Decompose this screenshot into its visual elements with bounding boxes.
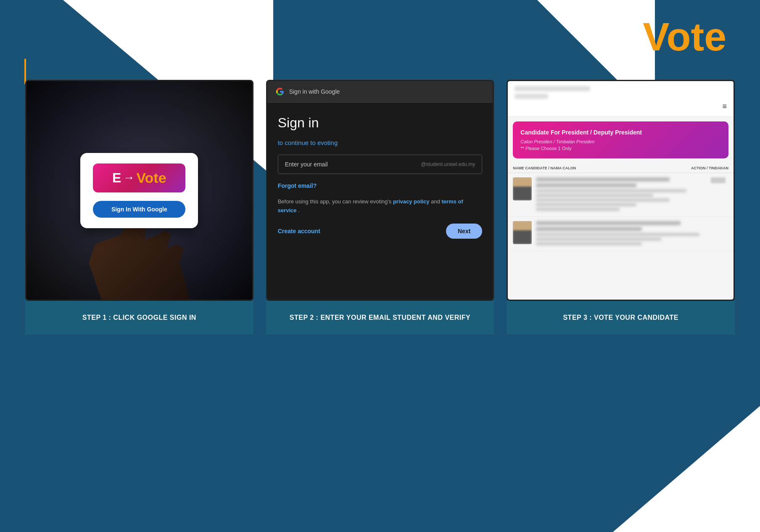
app-logo-arrow: → bbox=[123, 171, 135, 184]
forgot-email-link[interactable]: Forgot email? bbox=[278, 182, 483, 189]
action-button-1[interactable] bbox=[711, 177, 726, 183]
candidate-name-1b bbox=[536, 183, 636, 187]
candidate-action-1 bbox=[707, 177, 728, 183]
avatar-image-2 bbox=[513, 221, 532, 244]
step3-label: STEP 3 : VOTE YOUR CANDIDATE bbox=[507, 301, 735, 334]
candidate-card-title: Candidate For President / Deputy Preside… bbox=[520, 129, 721, 136]
google-g-icon bbox=[276, 87, 284, 96]
candidate-card: Candidate For President / Deputy Preside… bbox=[513, 121, 728, 158]
col-action-header: ACTION / TINDAKAN bbox=[691, 166, 728, 170]
candidate-avatar-1 bbox=[513, 177, 532, 200]
step1-wrapper: E → Vote Sign In With Google STEP 1 : CL… bbox=[25, 80, 253, 334]
step2-screen: Sign in with Google Sign in to continue … bbox=[267, 81, 493, 300]
step1-logo-banner: E → Vote bbox=[93, 163, 185, 192]
welcome-text-blurred bbox=[515, 86, 590, 91]
google-signin-header: Sign in with Google bbox=[267, 81, 493, 103]
candidate-detail-1d bbox=[536, 203, 636, 206]
candidate-info-2 bbox=[536, 221, 728, 247]
google-signin-button[interactable]: Sign In With Google bbox=[93, 201, 185, 218]
step2-wrapper: Sign in with Google Sign in to continue … bbox=[266, 80, 494, 334]
candidate-detail-2b bbox=[536, 237, 661, 241]
candidate-detail-1c bbox=[536, 198, 670, 202]
candidate-name-2 bbox=[536, 221, 680, 225]
step3-mockup: ≡ Candidate For President / Deputy Presi… bbox=[507, 80, 735, 301]
candidate-card-note: ** Please Choose 1 Only bbox=[520, 146, 721, 151]
step1-label: STEP 1 : CLICK GOOGLE SIGN IN bbox=[25, 301, 253, 334]
app-logo-vote: Vote bbox=[136, 170, 166, 186]
sign-in-subtitle: to continue to evoting bbox=[278, 139, 483, 146]
bg-shape-bottom-right bbox=[613, 406, 760, 532]
candidate-detail-1e bbox=[536, 208, 620, 211]
step3-screen: ≡ Candidate For President / Deputy Presi… bbox=[508, 81, 734, 300]
create-account-link[interactable]: Create account bbox=[278, 228, 320, 234]
candidate-detail-2a bbox=[536, 233, 699, 236]
logo-arrow-icon: → bbox=[620, 25, 641, 49]
candidate-avatar-2 bbox=[513, 221, 532, 244]
step2-mockup: Sign in with Google Sign in to continue … bbox=[266, 80, 494, 301]
candidate-row-2 bbox=[508, 217, 734, 251]
avatar-image-1 bbox=[513, 177, 532, 200]
candidate-row-1 bbox=[508, 173, 734, 217]
welcome-subtext-blurred bbox=[515, 94, 548, 99]
vote-header: ≡ bbox=[508, 81, 734, 116]
candidate-detail-1b bbox=[536, 194, 653, 197]
sign-in-title: Sign in bbox=[278, 115, 483, 131]
step1-screen: E → Vote Sign In With Google bbox=[26, 81, 252, 300]
main-logo: E → Vote bbox=[592, 17, 726, 57]
email-input-container[interactable]: Enter your email @student.unisel.edu.my bbox=[278, 155, 483, 174]
steps-container: E → Vote Sign In With Google STEP 1 : CL… bbox=[25, 80, 735, 334]
privacy-text: Before using this app, you can review ev… bbox=[278, 198, 483, 215]
menu-icon[interactable]: ≡ bbox=[515, 102, 727, 111]
step2-label: STEP 2 : ENTER YOUR EMAIL STUDENT AND VE… bbox=[266, 301, 494, 334]
step3-wrapper: ≡ Candidate For President / Deputy Presi… bbox=[507, 80, 735, 334]
step1-app-card: E → Vote Sign In With Google bbox=[80, 153, 198, 228]
email-domain: @student.unisel.edu.my bbox=[421, 161, 475, 167]
candidate-name-2b bbox=[536, 227, 642, 231]
candidate-detail-1a bbox=[536, 189, 686, 192]
logo-vote-text: Vote bbox=[643, 17, 726, 57]
next-button[interactable]: Next bbox=[446, 224, 482, 239]
app-logo-e: E bbox=[112, 170, 121, 186]
candidate-card-subtitle: Calon Presiden / Timbalan Presiden bbox=[520, 139, 721, 144]
candidate-detail-2c bbox=[536, 242, 642, 245]
candidate-info-1 bbox=[536, 177, 703, 212]
subtitle-prefix: to continue to bbox=[278, 139, 317, 146]
candidate-name-1 bbox=[536, 177, 670, 182]
logo-e-letter: E bbox=[592, 18, 618, 56]
step2-content: Sign in to continue to evoting Enter you… bbox=[267, 103, 493, 300]
vote-table-header: NAME CANDIDATE / NAMA CALON ACTION / TIN… bbox=[508, 163, 734, 173]
subtitle-app: evoting bbox=[317, 139, 338, 146]
step1-mockup: E → Vote Sign In With Google bbox=[25, 80, 253, 301]
privacy-policy-link[interactable]: privacy policy bbox=[393, 198, 430, 205]
email-input-label: Enter your email bbox=[285, 161, 328, 168]
google-header-title: Sign in with Google bbox=[289, 88, 340, 95]
col-name-header: NAME CANDIDATE / NAMA CALON bbox=[513, 166, 576, 170]
step2-footer: Create account Next bbox=[278, 224, 483, 243]
